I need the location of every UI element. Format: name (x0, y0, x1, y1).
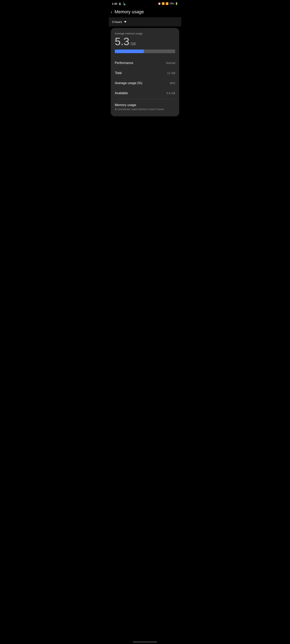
stat-row-available: Available 5.8 GB (115, 88, 175, 98)
memory-value-row: 5.3 GB (115, 36, 175, 47)
stat-label-performance: Performance (115, 61, 133, 65)
signal-icon: 📶 (166, 2, 169, 5)
time-filter-label: 3 hours (112, 20, 122, 24)
memory-progress-bar (115, 50, 175, 53)
stat-row-avg-usage: Average usage (%) 48% (115, 78, 175, 88)
stat-value-performance: Normal (166, 62, 175, 64)
battery-icon: 🔋 (175, 2, 178, 5)
memory-value-big: 5.3 (115, 36, 129, 47)
back-button[interactable]: ‹ (111, 10, 112, 14)
time-filter-dropdown[interactable]: 3 hours (112, 20, 126, 24)
header: ‹ Memory usage (109, 6, 181, 17)
stat-label-available: Available (115, 91, 128, 95)
time-filter-bar: 3 hours (109, 17, 181, 26)
main-card: Average memory usage 5.3 GB Performance … (111, 28, 179, 116)
notification-icon-2: 🗽 (123, 2, 126, 5)
stat-value-total: 11 GB (167, 72, 175, 75)
memory-value-unit: GB (131, 42, 136, 46)
alarm-icon: ⏰ (158, 2, 161, 5)
stat-label-avg-usage: Average usage (%) (115, 81, 142, 85)
dropdown-arrow-icon (124, 21, 126, 23)
avg-label: Average memory usage (115, 32, 175, 35)
time-display: 1:43 (112, 2, 117, 5)
notification-icon-1: 🐧 (118, 2, 122, 5)
stats-list: Performance Normal Total 11 GB Average u… (115, 58, 175, 112)
wifi-icon: 🛜 (162, 2, 165, 5)
stat-value-available: 5.8 GB (166, 92, 175, 95)
stat-label-total: Total (115, 71, 122, 75)
page-title: Memory usage (115, 9, 144, 14)
stat-row-performance: Performance Normal (115, 58, 175, 68)
status-bar-left: 1:43 🐧 🗽 (112, 2, 126, 5)
memory-usage-section-title: Memory usage (115, 103, 175, 107)
memory-usage-section[interactable]: Memory usage 81 processes used memory in… (115, 100, 175, 112)
memory-progress-fill (115, 50, 144, 53)
memory-usage-section-subtitle: 81 processes used memory in last 3 hours (115, 108, 175, 111)
status-bar: 1:43 🐧 🗽 ⏰ 🛜 📶 78% 🔋 (109, 0, 181, 6)
stat-value-avg-usage: 48% (170, 82, 175, 85)
status-bar-right: ⏰ 🛜 📶 78% 🔋 (158, 2, 178, 5)
stat-row-total: Total 11 GB (115, 68, 175, 78)
section-divider (115, 99, 175, 99)
battery-display: 78% (169, 2, 174, 5)
